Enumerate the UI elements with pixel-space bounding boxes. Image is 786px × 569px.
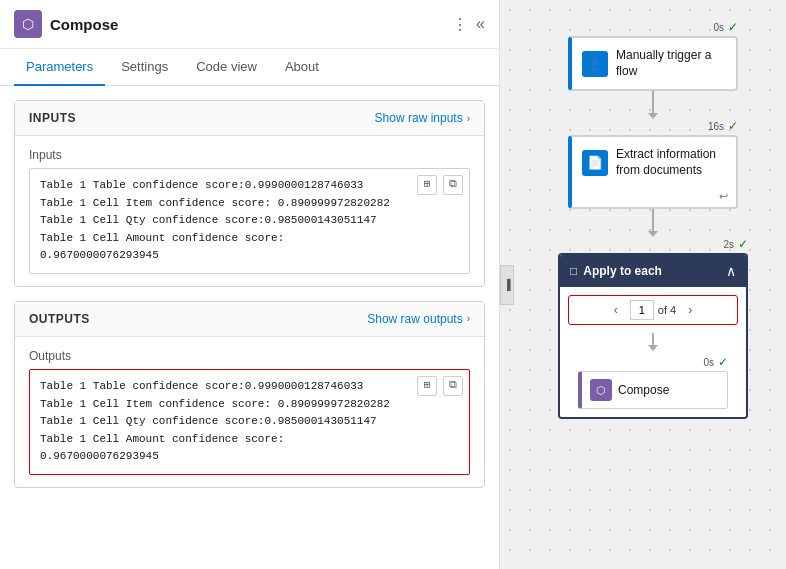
node1-card[interactable]: 👤 Manually trigger a flow [568,36,738,91]
compose-header-icon: ⬡ [14,10,42,38]
flow-node-trigger: 0s ✓ 👤 Manually trigger a flow [540,20,766,91]
tabs-bar: Parameters Settings Code view About [0,49,499,86]
node1-time: 0s [713,22,724,33]
inputs-section-inner: Inputs ⊞ ⧉ Table 1 Table confidence scor… [15,136,484,286]
node1-check: ✓ [728,20,738,34]
outputs-copy-icon[interactable]: ⧉ [443,376,463,396]
flow-node-apply: 2s ✓ □ Apply to each ∧ ‹ of 4 › [540,237,766,419]
apply-each-header[interactable]: □ Apply to each ∧ [560,255,746,287]
page-of-label: of 4 [658,304,676,316]
node2-content: 📄 Extract information from documents [572,137,736,188]
outputs-code-icons: ⊞ ⧉ [417,376,463,396]
outputs-section-inner: Outputs ⊞ ⧉ Table 1 Table confidence sco… [15,337,484,487]
inputs-line5: 0.9670000076293945 [40,247,459,265]
inputs-line4: Table 1 Cell Amount confidence score: [40,230,459,248]
node2-link-icon[interactable]: ↩ [719,190,728,203]
show-raw-outputs-button[interactable]: Show raw outputs › [367,312,470,326]
inner-connector [652,333,654,345]
inputs-line3: Table 1 Cell Qty confidence score:0.9850… [40,212,459,230]
node2-icon: 📄 [582,150,608,176]
panel-collapse-button[interactable]: ▐ [500,265,514,305]
node1-label: Manually trigger a flow [616,48,726,79]
node2-time: 16s [708,121,724,132]
tab-settings[interactable]: Settings [109,49,180,86]
node1-content: 👤 Manually trigger a flow [572,38,736,89]
inputs-label: INPUTS [29,111,76,125]
inputs-section: INPUTS Show raw inputs › Inputs ⊞ ⧉ Tabl… [14,100,485,287]
connector-2-3 [652,209,654,231]
right-panel: ▐ 0s ✓ 👤 Manually trigger a flow 16s ✓ [500,0,786,569]
show-raw-outputs-chevron: › [467,313,470,324]
inputs-code-icons: ⊞ ⧉ [417,175,463,195]
inputs-field-label: Inputs [29,148,470,162]
tab-about[interactable]: About [273,49,331,86]
tab-codeview[interactable]: Code view [184,49,269,86]
node2-card[interactable]: 📄 Extract information from documents ↩ [568,135,738,209]
apply-each-card: □ Apply to each ∧ ‹ of 4 › [558,253,748,419]
header-left: ⬡ Compose [14,10,118,38]
node3-check: ✓ [738,237,748,251]
flow-canvas: 0s ✓ 👤 Manually trigger a flow 16s ✓ 📄 [520,0,786,439]
outputs-field-label: Outputs [29,349,470,363]
node4-check: ✓ [718,355,728,369]
page-input[interactable] [630,300,654,320]
node1-icon: 👤 [582,51,608,77]
compose-mini-label: Compose [618,383,669,397]
show-raw-inputs-chevron: › [467,113,470,124]
outputs-line1: Table 1 Table confidence score:0.9990000… [40,378,459,396]
left-panel: ⬡ Compose ⋮ « Parameters Settings Code v… [0,0,500,569]
inputs-line1: Table 1 Table confidence score:0.9990000… [40,177,459,195]
outputs-section: OUTPUTS Show raw outputs › Outputs ⊞ ⧉ T… [14,301,485,488]
node3-time: 2s [723,239,734,250]
show-raw-inputs-button[interactable]: Show raw inputs › [375,111,470,125]
outputs-label: OUTPUTS [29,312,90,326]
collapse-icon[interactable]: « [476,15,485,33]
inputs-code-box: ⊞ ⧉ Table 1 Table confidence score:0.999… [29,168,470,274]
outputs-grid-icon[interactable]: ⊞ [417,376,437,396]
outputs-line3: Table 1 Cell Qty confidence score:0.9850… [40,413,459,431]
inputs-grid-icon[interactable]: ⊞ [417,175,437,195]
outputs-line5: 0.9670000076293945 [40,448,459,466]
header: ⬡ Compose ⋮ « [0,0,499,49]
pagination-row: ‹ of 4 › [568,295,738,325]
outputs-section-header: OUTPUTS Show raw outputs › [15,302,484,337]
content-area: INPUTS Show raw inputs › Inputs ⊞ ⧉ Tabl… [0,86,499,569]
outputs-line2: Table 1 Cell Item confidence score: 0.89… [40,396,459,414]
outputs-line4: Table 1 Cell Amount confidence score: [40,431,459,449]
page-prev-button[interactable]: ‹ [606,300,626,320]
connector-1-2 [652,91,654,113]
node4-time: 0s [703,357,714,368]
outputs-code-box: ⊞ ⧉ Table 1 Table confidence score:0.999… [29,369,470,475]
node2-label: Extract information from documents [616,147,726,178]
inputs-copy-icon[interactable]: ⧉ [443,175,463,195]
inputs-line2: Table 1 Cell Item confidence score: 0.89… [40,195,459,213]
inner-arrow [648,345,658,351]
header-title: Compose [50,16,118,33]
apply-each-body: ‹ of 4 › 0s ✓ ⬡ Compos [560,287,746,417]
more-icon[interactable]: ⋮ [452,15,468,34]
flow-node-extract: 16s ✓ 📄 Extract information from documen… [540,119,766,209]
inputs-section-header: INPUTS Show raw inputs › [15,101,484,136]
compose-mini-card[interactable]: ⬡ Compose [578,371,728,409]
page-next-button[interactable]: › [680,300,700,320]
header-icons: ⋮ « [452,15,485,34]
apply-each-square-icon: □ [570,264,577,278]
node2-check: ✓ [728,119,738,133]
apply-each-collapse-icon[interactable]: ∧ [726,263,736,279]
compose-mini-icon: ⬡ [590,379,612,401]
tab-parameters[interactable]: Parameters [14,49,105,86]
apply-each-title: Apply to each [583,264,662,278]
apply-each-header-left: □ Apply to each [570,264,662,278]
